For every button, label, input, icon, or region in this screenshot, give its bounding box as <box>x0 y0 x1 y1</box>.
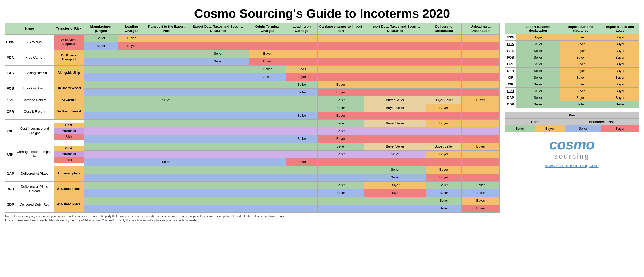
cell-fas-delivery-1 <box>426 65 461 73</box>
risk-fca: On Buyers Transport <box>54 50 84 65</box>
table-row: DAP Delivered At Place At named place Se… <box>5 166 500 174</box>
cell-fas-transport-1 <box>145 65 187 73</box>
cell-exw-carriage-2 <box>317 42 364 50</box>
term-name-fas: Free Alongside Ship <box>20 71 49 75</box>
term-name-fob: Free On Board <box>23 86 46 90</box>
cell-fas-transport-2 <box>145 73 187 81</box>
term-code-fca: FCA <box>7 55 14 60</box>
table-row: FCA Free Carrier On Buyers Transport Sel… <box>5 50 500 58</box>
term-code-exw: EXW <box>6 40 14 44</box>
logo-sourcing: sourcing <box>505 152 639 160</box>
cell-fas-load-1 <box>118 65 145 73</box>
list-item: FOB Seller Buyer Buyer <box>505 54 639 61</box>
list-item: FAS Seller Buyer Buyer <box>505 47 639 54</box>
cell-fca-transport-2 <box>145 58 187 65</box>
header-export-duty: Export Duty, Taxes and Security Clearanc… <box>187 23 249 35</box>
term-code-fas: FAS <box>7 71 14 75</box>
incoterms-table: Name Transfer of Risk Manufacturer (Orig… <box>5 23 500 213</box>
key-row: Seller Buyer Seller Buyer <box>505 125 639 132</box>
table-row: DPU Delivered at Place Unload At Named P… <box>5 181 500 189</box>
cell-fca-origin-1: Buyer <box>249 50 286 58</box>
key-table: Key Cost Insurance / Risk Seller Buyer S… <box>505 112 639 132</box>
cell-fas-delivery-2 <box>426 73 461 81</box>
table-row: CIF Cost Insurance and Freight Cost Insu… <box>5 119 500 127</box>
list-item: DAP Seller Buyer Buyer <box>505 94 639 101</box>
cell-fca-export-2: Seller <box>187 58 249 65</box>
list-item: CIP Seller Buyer Buyer <box>505 81 639 88</box>
list-item: FCA Seller Buyer Buyer <box>505 41 639 47</box>
cell-exw-export-2 <box>187 42 249 50</box>
cell-exw-import-1 <box>364 34 426 42</box>
table-row: FOB Free On Board On Board vessel Seller… <box>5 81 500 88</box>
key-cost-header: Cost <box>505 119 565 125</box>
term-name-fca: Free Carrier <box>26 55 44 59</box>
cell-exw-load-1: Buyer <box>118 34 145 42</box>
cell-fas-unload-1 <box>462 65 500 73</box>
term-code-fob: FOB <box>6 86 14 91</box>
term-name-exw: Ex-Works <box>27 40 42 44</box>
header-transport: Transport to the Export Port <box>145 23 187 35</box>
header-loading: Loading Charges <box>118 23 145 35</box>
cell-fas-unload-2 <box>462 73 500 81</box>
page-title: Cosmo Sourcing's Guide to Incoterms 2020 <box>3 3 641 23</box>
cell-fas-origin-1: Seller <box>249 65 286 73</box>
key-buyer-risk: Buyer <box>601 125 639 132</box>
cell-fca-import-1 <box>364 50 426 58</box>
list-item: DDP Seller Seller Seller <box>505 101 639 108</box>
cell-fca-import-2 <box>364 58 426 65</box>
list-item: CIF Seller Buyer Buyer <box>505 74 639 81</box>
term-code-cpt: CPT <box>7 98 14 102</box>
cell-fas-load-2 <box>118 73 145 81</box>
rt-header-export: Export customs declaration <box>516 23 560 34</box>
cell-fca-export-1: Seller <box>187 50 249 58</box>
right-panel: Export customs declaration Import custom… <box>505 23 639 168</box>
website-link[interactable]: www.Cosmosourcing.com <box>505 163 639 168</box>
key-seller-risk: Seller <box>565 125 601 132</box>
cell-exw-transport-1 <box>145 34 187 42</box>
term-name-dap: Delivered At Place <box>21 172 48 175</box>
cell-exw-delivery-1 <box>426 34 461 42</box>
cell-fca-delivery-1 <box>426 50 461 58</box>
header-delivery: Delivery to Destination <box>426 23 461 35</box>
cell-fca-transport-1 <box>145 50 187 58</box>
rt-header-import-dt: Import duties and taxes <box>601 23 639 34</box>
term-code-ddp: DDP <box>6 202 14 207</box>
term-code-dap: DAP <box>6 172 14 176</box>
term-code-cif: CIF <box>7 129 13 133</box>
term-name-cpt: Carriage Paid to <box>22 98 47 102</box>
cell-exw-unload-1 <box>462 34 500 42</box>
header-name: Name <box>5 23 54 35</box>
cell-exw-delivery-2 <box>426 42 461 50</box>
cell-fca-loadon-1 <box>286 50 317 58</box>
cell-exw-carriage-1 <box>317 34 364 42</box>
term-code-cfr: CFR <box>7 110 14 114</box>
cell-fas-mfr-1 <box>84 65 118 73</box>
cell-fas-carriage-1 <box>317 65 364 73</box>
cell-fca-carriage-2 <box>317 58 364 65</box>
term-name-ddp: Delivered Duty Paid <box>20 202 49 206</box>
cell-fas-import-2 <box>364 73 426 81</box>
table-row: EXW Ex-Works At Buyer's Disposal Seller … <box>5 34 500 42</box>
table-row: CPT Carriage Paid to At Carrier Seller S… <box>5 96 500 104</box>
cell-fca-origin-2: Buyer <box>249 58 286 65</box>
cell-fca-loadon-2 <box>286 58 317 65</box>
risk-exw: At Buyer's Disposal <box>54 34 84 50</box>
cell-exw-mfr-2: Seller <box>84 42 118 50</box>
header-carriage-import: Carriage charges to import port <box>317 23 364 35</box>
key-seller-cost: Seller <box>505 125 535 132</box>
key-title: Key <box>505 112 639 119</box>
logo-cosmo: cosmo <box>505 137 639 152</box>
cell-fca-unload-2 <box>462 58 500 65</box>
cell-exw-import-2 <box>364 42 426 50</box>
cell-fas-origin-2: Seller <box>249 73 286 81</box>
cell-fca-load-1 <box>118 50 145 58</box>
cell-fca-unload-1 <box>462 50 500 58</box>
header-import-duty: Import Duty, Taxes and Security Clearanc… <box>364 23 426 35</box>
cell-fca-delivery-2 <box>426 58 461 65</box>
header-transfer-risk: Transfer of Risk <box>54 23 84 35</box>
term-name-cif: Cost Insurance and Freight <box>20 127 49 135</box>
header-unloading: Unloading at Destination <box>462 23 500 35</box>
header-manufacturer: Manufacturer (Origin) <box>84 23 118 35</box>
table-row: DDP Delivered Duty Paid At Named Place S… <box>5 197 500 205</box>
cell-fca-carriage-1 <box>317 50 364 58</box>
